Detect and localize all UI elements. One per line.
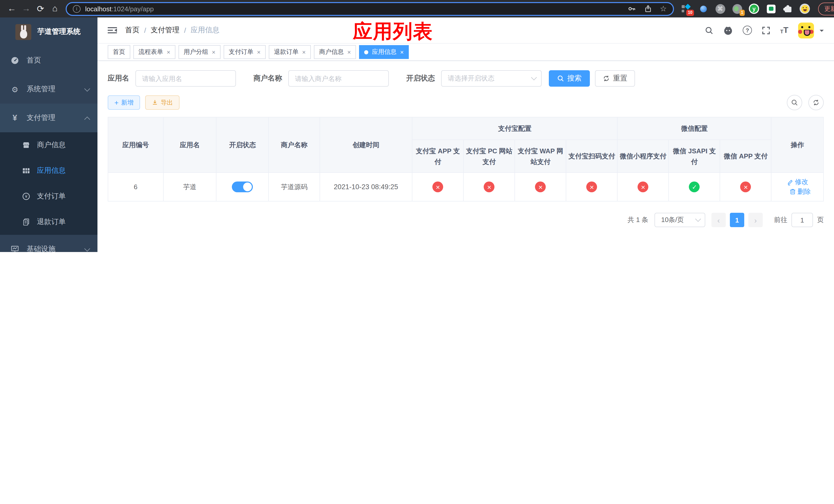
close-icon[interactable]: × <box>257 49 261 55</box>
toggle-search-button[interactable] <box>787 95 802 110</box>
balloon-extension-icon[interactable] <box>698 4 708 14</box>
alipay-app-status-icon <box>433 182 443 192</box>
next-page-button[interactable]: › <box>748 213 763 227</box>
close-icon[interactable]: × <box>167 49 170 55</box>
status-label: 开启状态 <box>406 74 435 83</box>
tab-home[interactable]: 首页 <box>108 45 130 59</box>
sidebar-item-label: 商户信息 <box>37 140 66 150</box>
tab-user-group[interactable]: 用户分组 × <box>178 45 221 59</box>
wx-app-status-icon <box>740 182 751 192</box>
col-alipay-wap: 支付宝 WAP 网站支付 <box>515 140 566 173</box>
browser-reload-button[interactable]: ⟳ <box>34 2 47 15</box>
alipay-wap-status-icon <box>535 182 546 192</box>
sidebar-item-app-info[interactable]: 应用信息 <box>0 158 97 184</box>
sidebar-item-merchant-info[interactable]: 商户信息 <box>0 132 97 158</box>
sidebar-item-refund-order[interactable]: 退款订单 <box>0 209 97 235</box>
grid-icon <box>22 167 31 175</box>
recorder-extension-icon[interactable]: 1 <box>732 4 742 14</box>
font-size-icon[interactable]: TT <box>780 26 788 35</box>
prev-page-button[interactable]: ‹ <box>711 213 726 227</box>
yen-icon: ¥ <box>10 114 20 122</box>
search-icon[interactable] <box>705 26 714 35</box>
sidebar-item-label: 首页 <box>27 56 41 65</box>
browser-home-button[interactable]: ⌂ <box>48 2 62 15</box>
close-icon[interactable]: × <box>302 49 306 55</box>
avatar-caret-icon[interactable] <box>820 30 824 34</box>
svg-text:¥: ¥ <box>25 194 27 199</box>
reset-button[interactable]: 重置 <box>595 70 635 87</box>
chevron-up-icon <box>84 116 90 122</box>
alipay-pc-status-icon <box>484 182 495 192</box>
breadcrumb-payment[interactable]: 支付管理 <box>151 26 179 35</box>
sidebar-item-label: 系统管理 <box>27 85 56 94</box>
status-toggle[interactable] <box>232 182 253 192</box>
sidebar-item-infrastructure[interactable]: 基础设施 <box>0 235 97 252</box>
chrome-update-button[interactable]: 更新 <box>818 2 834 15</box>
col-alipay-qr: 支付宝扫码支付 <box>566 140 618 173</box>
sidebar-item-home[interactable]: 首页 <box>0 46 97 75</box>
merchant-name-input[interactable] <box>288 70 389 87</box>
search-button[interactable]: 搜索 <box>549 70 590 87</box>
close-icon[interactable]: × <box>212 49 215 55</box>
tab-pay-order[interactable]: 支付订单 × <box>224 45 266 59</box>
alipay-qr-status-icon <box>587 182 597 192</box>
github-icon[interactable] <box>723 25 733 35</box>
screen: ← → ⟳ ⌂ i localhost :1024/pay/app ☆ <box>0 0 834 252</box>
browser-forward-button[interactable]: → <box>20 2 33 15</box>
page-info-icon[interactable]: i <box>73 5 81 13</box>
cell-app-id: 6 <box>108 173 163 201</box>
sidebar: 芋道管理系统 首页 ⚙ 系统管理 ¥ 支付管理 <box>0 18 97 252</box>
breadcrumb-home[interactable]: 首页 <box>125 26 139 35</box>
page-annotation: 应用列表 <box>353 19 433 45</box>
browser-back-button[interactable]: ← <box>5 2 19 15</box>
help-icon[interactable]: ? <box>743 26 752 35</box>
chat-extension-icon[interactable] <box>766 4 776 14</box>
status-select[interactable]: 请选择开启状态 <box>441 70 542 87</box>
plus-icon: + <box>114 99 118 106</box>
logo-image <box>15 24 31 40</box>
edit-link[interactable]: 修改 <box>787 177 808 187</box>
tab-app-info[interactable]: 应用信息 × <box>359 45 409 59</box>
blocks-extension-icon[interactable]: 10 <box>681 4 692 14</box>
payment-submenu: 商户信息 应用信息 ¥ 支付订单 <box>0 132 97 235</box>
close-icon[interactable]: × <box>400 49 404 55</box>
extension-icons: 10 ⌘ 1 y <box>681 4 810 14</box>
app-name-label: 应用名 <box>108 74 129 83</box>
extensions-puzzle-icon[interactable] <box>783 4 793 14</box>
sidebar-item-pay-order[interactable]: ¥ 支付订单 <box>0 184 97 209</box>
wx-jsapi-status-icon <box>689 182 700 192</box>
sidebar-item-label: 基础设施 <box>27 245 56 252</box>
sidebar-item-system[interactable]: ⚙ 系统管理 <box>0 75 97 104</box>
close-icon[interactable]: × <box>347 49 351 55</box>
add-button[interactable]: + 新增 <box>108 95 140 110</box>
tab-process-form[interactable]: 流程表单 × <box>133 45 175 59</box>
sidebar-item-label: 支付订单 <box>37 192 66 201</box>
sidebar-item-payment[interactable]: ¥ 支付管理 <box>0 104 97 132</box>
col-app-name: 应用名 <box>163 117 216 173</box>
profile-smiley-icon[interactable] <box>799 4 810 14</box>
group-wechat-config: 微信配置 <box>618 117 771 140</box>
tab-refund-order[interactable]: 退款订单 × <box>269 45 311 59</box>
delete-link[interactable]: 删除 <box>789 187 811 196</box>
key-icon[interactable] <box>628 5 636 13</box>
app-name-input[interactable] <box>135 70 236 87</box>
share-icon[interactable] <box>644 5 652 13</box>
export-button[interactable]: 导出 <box>145 95 179 110</box>
app-table: 应用编号 应用名 开启状态 商户名称 创建时间 支付宝配置 微信配置 操作 支付… <box>108 117 824 202</box>
cell-actions: 修改 删除 <box>771 173 824 201</box>
command-extension-icon[interactable]: ⌘ <box>715 4 725 14</box>
pagination: 共 1 条 10条/页 ‹ 1 › 前往 页 <box>108 213 824 227</box>
current-page[interactable]: 1 <box>730 213 744 227</box>
total-count: 共 1 条 <box>628 215 648 225</box>
page-size-select[interactable]: 10条/页 <box>655 213 705 227</box>
col-wx-jsapi: 微信 JSAPI 支付 <box>669 140 720 173</box>
bookmark-star-icon[interactable]: ☆ <box>660 4 667 13</box>
address-bar[interactable]: i localhost :1024/pay/app ☆ <box>66 2 674 16</box>
user-avatar[interactable] <box>798 22 814 38</box>
fullscreen-icon[interactable] <box>762 26 770 35</box>
tab-merchant-info[interactable]: 商户信息 × <box>314 45 356 59</box>
sidebar-collapse-icon[interactable] <box>108 26 117 35</box>
refresh-button[interactable] <box>808 95 824 110</box>
goto-page-input[interactable] <box>791 213 813 227</box>
y-extension-icon[interactable]: y <box>749 4 759 14</box>
